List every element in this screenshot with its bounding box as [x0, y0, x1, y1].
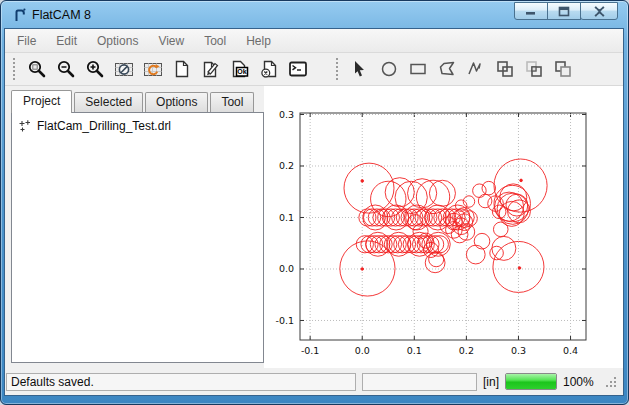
rectangle-tool-icon: [408, 59, 428, 79]
cursor-icon: [350, 59, 370, 79]
tab-options[interactable]: Options: [145, 92, 208, 112]
plot-panel[interactable]: -0.10.00.10.20.30.4-0.10.00.10.20.3: [264, 86, 623, 368]
zoom-out-icon: [56, 59, 76, 79]
toolbar-grip[interactable]: [13, 58, 16, 80]
flatcam-logo-icon: [12, 7, 27, 27]
status-field-2: [362, 373, 477, 391]
resize-grip[interactable]: [606, 374, 618, 395]
progress-fill: [506, 374, 556, 389]
close-button[interactable]: [580, 2, 618, 20]
ok-file-icon: Ok: [230, 59, 250, 79]
menu-file[interactable]: File: [7, 30, 46, 52]
clear-plot-icon: [114, 59, 134, 79]
units-label: [in]: [483, 375, 499, 389]
shell-button[interactable]: [284, 56, 311, 83]
tab-bar: Project Selected Options Tool: [11, 89, 264, 112]
flatcam-window: FlatCAM 8 File Edit Options View Tool He…: [0, 0, 629, 405]
plot-svg[interactable]: -0.10.00.10.20.30.4-0.10.00.10.20.3: [264, 86, 620, 369]
replot-icon: [143, 59, 163, 79]
close-icon: [593, 6, 606, 17]
select-tool-button[interactable]: [346, 56, 373, 83]
tab-project[interactable]: Project: [11, 90, 72, 113]
progress-percent-label: 100%: [563, 375, 594, 389]
client-area: File Edit Options View Tool Help: [5, 29, 623, 395]
svg-text:-0.1: -0.1: [275, 315, 294, 326]
svg-text:-0.1: -0.1: [301, 345, 320, 356]
circle-tool-icon: [379, 59, 399, 79]
zoom-out-button[interactable]: [52, 56, 79, 83]
draw-path-button[interactable]: [462, 56, 489, 83]
tab-selected[interactable]: Selected: [74, 92, 143, 112]
intersection-icon: [524, 59, 544, 79]
left-panel: Project Selected Options Tool FlatCam_Dr…: [5, 86, 264, 368]
tab-tool[interactable]: Tool: [210, 92, 254, 112]
minimize-icon: [525, 6, 537, 16]
menu-options[interactable]: Options: [87, 30, 148, 52]
svg-text:0.0: 0.0: [355, 345, 370, 356]
union-tool-button[interactable]: [491, 56, 518, 83]
menubar: File Edit Options View Tool Help: [5, 29, 623, 53]
tree-item-drill-object[interactable]: FlatCam_Drilling_Test.drl: [12, 113, 263, 133]
maximize-button[interactable]: [547, 2, 581, 20]
svg-text:0.2: 0.2: [459, 345, 474, 356]
zoom-in-icon: [85, 59, 105, 79]
svg-text:0.3: 0.3: [279, 109, 294, 120]
tree-item-label: FlatCam_Drilling_Test.drl: [37, 119, 171, 133]
path-tool-icon: [466, 59, 486, 79]
titlebar: FlatCAM 8: [1, 1, 628, 29]
menu-help[interactable]: Help: [236, 30, 281, 52]
svg-text:0.1: 0.1: [407, 345, 422, 356]
window-title: FlatCAM 8: [32, 8, 91, 22]
clear-plot-button[interactable]: [110, 56, 137, 83]
menu-view[interactable]: View: [148, 30, 194, 52]
window-controls: [515, 2, 618, 20]
zoom-in-button[interactable]: [81, 56, 108, 83]
delete-file-button[interactable]: [255, 56, 282, 83]
new-file-icon: [172, 59, 192, 79]
project-tree[interactable]: FlatCam_Drilling_Test.drl: [11, 112, 264, 363]
draw-circle-button[interactable]: [375, 56, 402, 83]
svg-text:Ok: Ok: [237, 68, 246, 75]
draw-polygon-button[interactable]: [433, 56, 460, 83]
menu-edit[interactable]: Edit: [46, 30, 87, 52]
ok-file-button[interactable]: Ok: [226, 56, 253, 83]
edit-file-button[interactable]: [197, 56, 224, 83]
edit-file-icon: [201, 59, 221, 79]
zoom-fit-button[interactable]: [23, 56, 50, 83]
main-area: Project Selected Options Tool FlatCam_Dr…: [5, 86, 623, 368]
intersection-tool-button[interactable]: [520, 56, 547, 83]
draw-rectangle-button[interactable]: [404, 56, 431, 83]
polygon-tool-icon: [437, 59, 457, 79]
maximize-icon: [558, 6, 570, 17]
svg-text:0.4: 0.4: [563, 345, 578, 356]
progress-bar: [505, 373, 557, 390]
toolbar: Ok: [5, 53, 623, 86]
svg-text:0.2: 0.2: [279, 160, 294, 171]
new-file-button[interactable]: [168, 56, 195, 83]
svg-text:0.3: 0.3: [511, 345, 526, 356]
status-message: Defaults saved.: [6, 373, 356, 391]
svg-text:0.1: 0.1: [279, 212, 294, 223]
subtract-icon: [553, 59, 573, 79]
drill-object-icon: [17, 119, 31, 133]
subtract-tool-button[interactable]: [549, 56, 576, 83]
union-icon: [495, 59, 515, 79]
delete-file-icon: [259, 59, 279, 79]
statusbar: Defaults saved. [in] 100%: [5, 368, 623, 395]
menu-tool[interactable]: Tool: [194, 30, 236, 52]
toolbar-grip-2[interactable]: [336, 58, 339, 80]
zoom-fit-icon: [27, 59, 47, 79]
svg-text:0.0: 0.0: [279, 263, 294, 274]
replot-button[interactable]: [139, 56, 166, 83]
terminal-icon: [288, 59, 308, 79]
minimize-button[interactable]: [514, 2, 548, 20]
